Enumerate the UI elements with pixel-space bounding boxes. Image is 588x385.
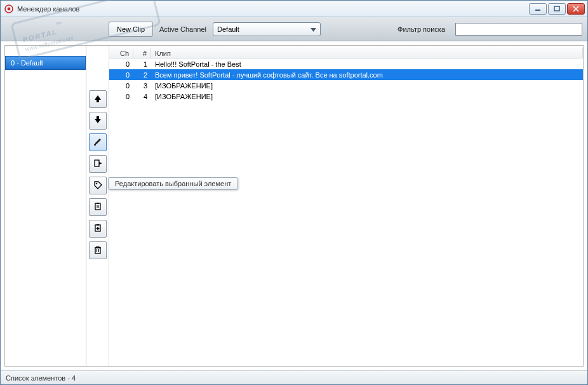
statusbar: Список элементов - 4 <box>1 370 587 384</box>
channel-item-default[interactable]: 0 - Default <box>5 56 86 70</box>
active-channel-label: Active Channel <box>159 25 206 33</box>
clip-list-panel: Ch # Клип 01Hello!!! SoftPortal - the Be… <box>109 46 583 366</box>
cell-clip: Всем привет! SoftPortal - лучший софтовы… <box>151 71 583 79</box>
minimize-button[interactable] <box>529 3 547 15</box>
svg-marker-8 <box>95 116 101 123</box>
svg-rect-15 <box>95 203 100 210</box>
chevron-down-icon <box>311 25 316 33</box>
toolbar: New Clip Active Channel Default Фильтр п… <box>1 17 587 41</box>
maximize-button[interactable] <box>548 3 566 15</box>
app-window: Менеждер каналов New Clip Active Channel… <box>0 0 588 385</box>
move-up-button[interactable] <box>89 90 107 108</box>
column-header-num[interactable]: # <box>133 48 151 58</box>
svg-marker-7 <box>95 95 101 102</box>
window-controls <box>529 3 585 15</box>
filter-label: Фильтр поиска <box>398 25 445 33</box>
svg-rect-25 <box>97 247 99 248</box>
svg-rect-10 <box>94 144 96 145</box>
cell-ch: 0 <box>109 71 133 79</box>
list-header: Ch # Клип <box>109 46 583 58</box>
svg-marker-13 <box>95 182 102 189</box>
pencil-icon <box>93 137 102 147</box>
arrow-up-icon <box>93 94 102 104</box>
export-icon <box>93 159 102 169</box>
cell-ch: 0 <box>109 60 133 69</box>
svg-point-1 <box>8 7 11 10</box>
svg-rect-23 <box>95 248 100 253</box>
filter-input[interactable] <box>455 23 582 36</box>
clipboard-add-icon <box>93 224 102 234</box>
cell-num: 3 <box>133 81 151 90</box>
cell-ch: 0 <box>109 81 133 90</box>
svg-rect-16 <box>97 203 99 204</box>
tag-icon <box>93 180 102 191</box>
trash-icon <box>93 245 102 255</box>
tag-button[interactable] <box>89 177 107 194</box>
clipboard-paste-button[interactable] <box>89 198 107 216</box>
export-button[interactable] <box>89 155 107 173</box>
move-down-button[interactable] <box>89 112 107 130</box>
titlebar: Менеждер каналов <box>1 1 587 17</box>
channel-list-panel: 0 - Default <box>5 46 86 366</box>
edit-tooltip: Редактировать выбранный элемент <box>108 177 238 190</box>
list-body: 01Hello!!! SoftPortal - the Best02Всем п… <box>109 58 583 366</box>
cell-clip: [ИЗОБРАЖЕНИЕ] <box>151 81 583 90</box>
table-row[interactable]: 04[ИЗОБРАЖЕНИЕ] <box>109 91 583 102</box>
cell-clip: Hello!!! SoftPortal - the Best <box>151 60 583 69</box>
svg-rect-20 <box>97 224 99 226</box>
cell-ch: 0 <box>109 92 133 101</box>
table-row[interactable]: 03[ИЗОБРАЖЕНИЕ] <box>109 80 583 91</box>
window-title: Менеждер каналов <box>17 5 79 13</box>
column-header-ch[interactable]: Ch <box>109 48 133 58</box>
table-row[interactable]: 01Hello!!! SoftPortal - the Best <box>109 58 583 69</box>
active-channel-value: Default <box>217 25 239 33</box>
svg-rect-3 <box>554 6 559 11</box>
cell-num: 2 <box>133 71 151 79</box>
svg-marker-9 <box>95 138 101 145</box>
cell-num: 4 <box>133 92 151 101</box>
cell-clip: [ИЗОБРАЖЕНИЕ] <box>151 92 583 101</box>
content-area: 0 - Default Ch # Клип 01Hello!!! SoftPor… <box>4 45 584 367</box>
active-channel-select[interactable]: Default <box>213 22 321 36</box>
svg-rect-11 <box>95 160 99 166</box>
status-text: Список элементов - 4 <box>6 374 76 382</box>
arrow-down-icon <box>93 116 102 126</box>
svg-marker-12 <box>99 162 102 165</box>
side-toolbar <box>86 46 109 366</box>
app-icon <box>4 4 13 13</box>
column-header-clip[interactable]: Клип <box>151 48 583 58</box>
new-clip-button[interactable]: New Clip <box>109 22 153 37</box>
cell-num: 1 <box>133 60 151 69</box>
close-button[interactable] <box>567 3 585 15</box>
clipboard-add-button[interactable] <box>89 220 107 238</box>
svg-point-14 <box>95 183 97 185</box>
table-row[interactable]: 02Всем привет! SoftPortal - лучший софто… <box>109 69 583 80</box>
delete-button[interactable] <box>89 241 107 259</box>
svg-marker-6 <box>311 28 316 32</box>
clipboard-paste-icon <box>93 202 102 212</box>
edit-button[interactable] <box>89 133 107 151</box>
